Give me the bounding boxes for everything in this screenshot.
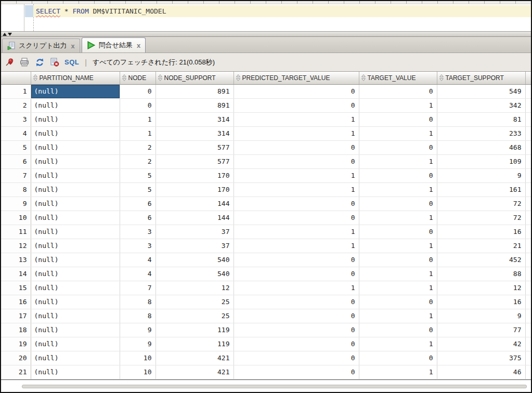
cell[interactable]: 88 [437, 267, 525, 281]
cell[interactable]: 891 [155, 98, 233, 112]
cell[interactable]: (null) [31, 253, 120, 267]
cell[interactable]: 77 [437, 323, 525, 337]
cell[interactable]: 109 [437, 154, 525, 168]
column-header-partition-name[interactable]: PARTITION_NAME [31, 72, 120, 84]
cell[interactable]: 0 [233, 295, 359, 309]
row-number[interactable]: 21 [1, 365, 31, 379]
pin-button[interactable] [4, 57, 15, 68]
cell[interactable]: 3 [120, 239, 155, 253]
cell[interactable]: 1 [233, 239, 359, 253]
column-header-predicted-target-value[interactable]: PREDICTED_TARGET_VALUE [233, 72, 359, 84]
cell[interactable]: (null) [31, 351, 120, 365]
cell[interactable]: (null) [31, 84, 120, 98]
cell[interactable]: 16 [437, 225, 525, 239]
column-header-node[interactable]: NODE [120, 72, 155, 84]
cell[interactable]: 144 [155, 211, 233, 225]
row-number[interactable]: 13 [1, 253, 31, 267]
cell[interactable]: (null) [31, 225, 120, 239]
cell[interactable]: 119 [155, 323, 233, 337]
cell[interactable]: 9 [120, 337, 155, 351]
cell[interactable]: (null) [31, 295, 120, 309]
cell[interactable]: 8 [120, 309, 155, 323]
clear-results-button[interactable] [49, 57, 60, 68]
cell[interactable]: 1 [359, 267, 437, 281]
cell[interactable]: 0 [233, 309, 359, 323]
cell[interactable]: 1 [233, 281, 359, 295]
row-number[interactable]: 16 [1, 295, 31, 309]
cell[interactable]: 1 [359, 365, 437, 379]
cell[interactable]: 468 [437, 140, 525, 154]
cell[interactable]: 1 [233, 182, 359, 197]
row-number[interactable]: 15 [1, 281, 31, 295]
cell[interactable]: 540 [155, 253, 233, 267]
cell[interactable]: (null) [31, 211, 120, 225]
cell[interactable]: 9 [437, 309, 525, 323]
cell[interactable]: (null) [31, 197, 120, 211]
cell[interactable]: 170 [155, 182, 233, 197]
cell[interactable]: 1 [359, 154, 437, 168]
cell[interactable]: (null) [31, 281, 120, 295]
cell[interactable]: 0 [120, 84, 155, 98]
cell[interactable]: 1 [120, 126, 155, 140]
cell[interactable]: 0 [359, 84, 437, 98]
cell[interactable]: 1 [359, 182, 437, 197]
column-header-node-support[interactable]: NODE_SUPPORT [155, 72, 233, 84]
cell[interactable]: 37 [155, 239, 233, 253]
cell[interactable]: 0 [233, 140, 359, 154]
row-number[interactable]: 11 [1, 225, 31, 239]
cell[interactable]: (null) [31, 112, 120, 126]
cell[interactable]: 314 [155, 112, 233, 126]
cell[interactable]: (null) [31, 126, 120, 140]
cell[interactable]: 6 [120, 197, 155, 211]
tab-query-result[interactable]: 問合せ結果 x [82, 37, 146, 53]
cell[interactable]: 0 [233, 323, 359, 337]
cell[interactable]: 0 [233, 98, 359, 112]
refresh-button[interactable] [34, 57, 45, 68]
cell[interactable]: 1 [359, 211, 437, 225]
cell[interactable]: 0 [233, 253, 359, 267]
cell[interactable]: 5 [120, 182, 155, 197]
cell[interactable]: 452 [437, 253, 525, 267]
cell[interactable]: (null) [31, 323, 120, 337]
cell[interactable]: 0 [359, 351, 437, 365]
cell[interactable]: 9 [120, 323, 155, 337]
cell[interactable]: 12 [437, 281, 525, 295]
print-button[interactable] [19, 57, 30, 68]
cell[interactable]: 72 [437, 211, 525, 225]
cell[interactable]: 1 [359, 309, 437, 323]
cell[interactable]: 4 [120, 253, 155, 267]
cell[interactable]: 144 [155, 197, 233, 211]
cell[interactable]: 9 [437, 168, 525, 182]
horizontal-scrollbar[interactable] [22, 385, 527, 388]
cell[interactable]: 540 [155, 267, 233, 281]
cell[interactable]: 8 [120, 295, 155, 309]
row-number[interactable]: 17 [1, 309, 31, 323]
row-number[interactable]: 6 [1, 154, 31, 168]
cell[interactable]: (null) [31, 154, 120, 168]
cell[interactable]: (null) [31, 239, 120, 253]
cell[interactable]: 25 [155, 295, 233, 309]
column-header-target-support[interactable]: TARGET_SUPPORT [437, 72, 525, 84]
cell[interactable]: 1 [359, 126, 437, 140]
cell[interactable]: 0 [359, 168, 437, 182]
cell[interactable]: 421 [155, 365, 233, 379]
collapse-up-icon[interactable] [3, 33, 7, 36]
cell[interactable]: 7 [120, 281, 155, 295]
row-number[interactable]: 1 [1, 84, 31, 98]
cell[interactable]: 1 [359, 239, 437, 253]
cell[interactable]: 1 [359, 337, 437, 351]
cell[interactable]: 375 [437, 351, 525, 365]
cell[interactable]: (null) [31, 182, 120, 197]
cell[interactable]: 0 [359, 253, 437, 267]
cell[interactable]: 4 [120, 267, 155, 281]
cell[interactable]: 0 [359, 225, 437, 239]
cell[interactable]: 1 [233, 168, 359, 182]
cell[interactable]: 2 [120, 140, 155, 154]
cell[interactable]: 10 [120, 351, 155, 365]
cell[interactable]: 0 [120, 98, 155, 112]
cell[interactable]: 0 [233, 267, 359, 281]
row-number[interactable]: 19 [1, 337, 31, 351]
cell[interactable]: 0 [359, 295, 437, 309]
cell[interactable]: 25 [155, 309, 233, 323]
cell[interactable]: 5 [120, 168, 155, 182]
